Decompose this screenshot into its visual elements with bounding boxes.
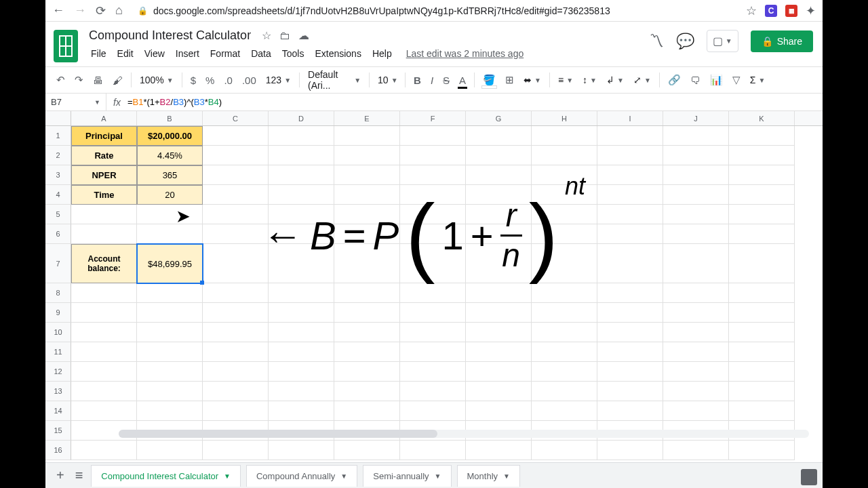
menu-insert[interactable]: Insert [171,45,204,62]
row-header[interactable]: 10 [45,323,71,342]
cell[interactable] [334,146,400,165]
paint-format-icon[interactable]: 🖌 [108,72,127,89]
cell[interactable] [71,224,137,244]
cell[interactable] [334,126,400,146]
cell[interactable] [532,126,597,146]
chart-icon[interactable]: 📊 [706,71,727,89]
col-header[interactable]: E [334,111,400,125]
sheet-tab[interactable]: Compound Annually▼ [246,465,357,487]
row-header[interactable]: 1 [45,126,71,146]
cell[interactable] [663,303,729,323]
cell[interactable] [71,362,137,382]
cell[interactable] [729,441,795,460]
cell[interactable] [597,342,663,362]
cell[interactable] [466,146,532,165]
sheet-tab[interactable]: Monthly▼ [457,465,520,487]
row-header[interactable]: 2 [45,146,71,165]
cell[interactable] [334,283,400,303]
cell[interactable] [137,342,203,362]
cell[interactable] [532,382,597,401]
cell[interactable] [597,244,663,283]
merge-icon[interactable]: ⬌▼ [519,72,545,88]
cell[interactable] [532,441,597,460]
cell[interactable] [400,146,466,165]
text-color-icon[interactable]: A [455,72,470,89]
cell[interactable] [663,244,729,283]
cell[interactable]: NPER [71,165,137,185]
sheet-tab[interactable]: Semi-annually▼ [363,465,451,487]
undo-icon[interactable]: ↶ [52,71,69,89]
menu-view[interactable]: View [140,45,170,62]
col-header[interactable]: K [729,111,795,125]
cell[interactable] [597,382,663,401]
activity-icon[interactable]: 〽 [649,33,664,50]
menu-extensions[interactable]: Extensions [310,45,366,62]
cell[interactable] [597,205,663,224]
cell[interactable] [334,401,400,421]
cell[interactable] [269,401,334,421]
cell[interactable] [203,205,269,224]
row-header[interactable]: 7 [45,244,71,283]
fill-color-icon[interactable]: 🪣 [479,71,500,89]
cell[interactable] [532,323,597,342]
menu-edit[interactable]: Edit [113,45,138,62]
menu-help[interactable]: Help [368,45,397,62]
cell[interactable] [597,303,663,323]
cloud-icon[interactable]: ☁ [298,29,309,42]
cell[interactable] [269,362,334,382]
row-header[interactable]: 3 [45,165,71,185]
cell[interactable] [334,323,400,342]
cell[interactable] [729,401,795,421]
cell[interactable] [663,362,729,382]
cell[interactable] [663,185,729,205]
extension-icon-1[interactable]: C [765,5,777,17]
cell[interactable] [269,146,334,165]
row-header[interactable]: 11 [45,342,71,362]
col-header[interactable]: H [532,111,597,125]
cell[interactable] [466,323,532,342]
cell[interactable] [729,362,795,382]
menu-data[interactable]: Data [246,45,276,62]
valign-icon[interactable]: ↕▼ [578,72,601,88]
forward-icon[interactable]: → [74,3,86,18]
col-header[interactable]: I [597,111,663,125]
cell[interactable]: 20 [137,185,203,205]
col-header[interactable]: G [466,111,532,125]
cell[interactable] [71,303,137,323]
cell[interactable] [71,323,137,342]
cell[interactable] [729,126,795,146]
cell[interactable] [334,362,400,382]
cell[interactable] [203,382,269,401]
row-header[interactable]: 15 [45,421,71,441]
cell[interactable]: Account balance: [71,244,137,283]
cell[interactable] [400,303,466,323]
cell[interactable] [729,165,795,185]
cell[interactable] [203,401,269,421]
cell[interactable] [466,165,532,185]
cell[interactable] [663,382,729,401]
add-sheet-icon[interactable]: + [54,465,67,486]
cell[interactable] [203,342,269,362]
row-header[interactable]: 9 [45,303,71,323]
cell[interactable] [597,401,663,421]
comment-icon[interactable]: 🗨 [686,72,705,89]
cell[interactable] [597,185,663,205]
cell[interactable] [137,283,203,303]
cell[interactable] [400,362,466,382]
cell[interactable] [532,401,597,421]
cell[interactable] [466,382,532,401]
cell[interactable] [137,303,203,323]
cell[interactable] [400,342,466,362]
cell[interactable] [466,401,532,421]
menu-format[interactable]: Format [205,45,245,62]
cell[interactable] [334,303,400,323]
cell[interactable] [532,362,597,382]
cell[interactable] [203,244,269,283]
row-header[interactable]: 6 [45,224,71,244]
cell[interactable] [729,323,795,342]
cell[interactable] [663,323,729,342]
doc-title[interactable]: Compound Interest Calculator [86,27,254,44]
share-button[interactable]: 🔒 Share [751,30,813,52]
print-icon[interactable]: 🖶 [89,72,107,89]
row-header[interactable]: 14 [45,401,71,421]
